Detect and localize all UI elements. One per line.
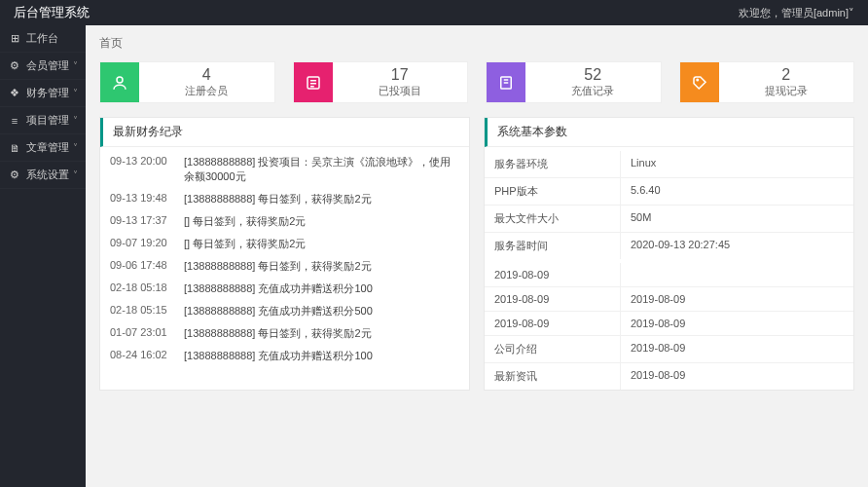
app-title: 后台管理系统 <box>14 4 90 21</box>
user-text: 欢迎您，管理员[admin] <box>739 7 849 19</box>
user-menu[interactable]: 欢迎您，管理员[admin]˅ <box>739 6 854 20</box>
chevron-down-icon: ˅ <box>849 7 854 19</box>
top-header: 后台管理系统 欢迎您，管理员[admin]˅ <box>0 0 868 25</box>
